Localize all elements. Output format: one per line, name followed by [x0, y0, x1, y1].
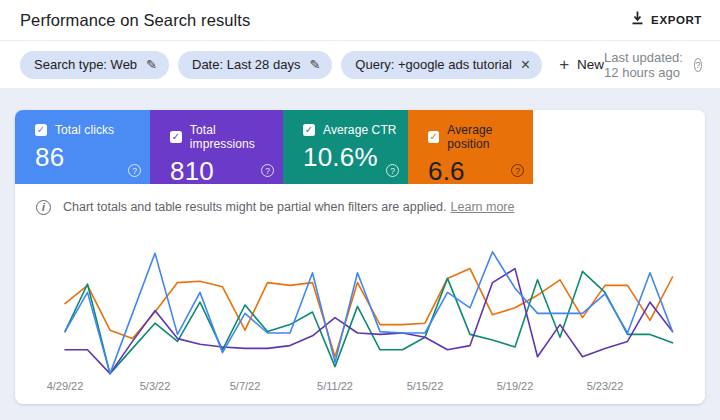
x-axis-tick: 4/29/22 [47, 380, 84, 392]
close-icon[interactable]: × [521, 56, 530, 74]
page-title: Performance on Search results [20, 11, 250, 30]
chip-search-type[interactable]: Search type: Web ✎ [20, 51, 169, 79]
series-total-impressions [65, 269, 673, 374]
metrics-row: ✓ Total clicks 86 ? ✓ Total impressions … [15, 110, 705, 184]
x-axis-tick: 5/11/22 [317, 380, 353, 392]
new-filter-label: New [577, 57, 604, 72]
help-icon[interactable]: ? [694, 58, 702, 72]
chip-label: Query: +google ads tutorial [355, 57, 511, 72]
plus-icon: + [559, 55, 569, 75]
chip-date-range[interactable]: Date: Last 28 days ✎ [178, 51, 332, 79]
metric-total-impressions[interactable]: ✓ Total impressions 810 ? [150, 110, 283, 184]
edit-icon[interactable]: ✎ [309, 57, 320, 72]
metric-label: Average CTR [323, 123, 397, 137]
notice-text: Chart totals and table results might be … [63, 200, 514, 214]
help-icon[interactable]: ? [261, 164, 274, 177]
metric-label: Total clicks [55, 123, 114, 137]
x-axis-tick: 5/7/22 [230, 380, 261, 392]
x-axis-tick: 5/15/22 [407, 380, 444, 392]
last-updated-text: Last updated: 12 hours ago [604, 50, 688, 80]
partial-data-notice: i Chart totals and table results might b… [15, 184, 705, 230]
new-filter-button[interactable]: + New [559, 55, 604, 75]
metrics-filler [533, 110, 705, 184]
help-icon[interactable]: ? [511, 164, 524, 177]
info-icon: i [36, 200, 51, 215]
learn-more-link[interactable]: Learn more [451, 200, 515, 214]
help-icon[interactable]: ? [386, 164, 399, 177]
download-icon [631, 11, 644, 29]
series-average-ctr [65, 271, 673, 373]
metric-average-ctr[interactable]: ✓ Average CTR 10.6% ? [283, 110, 408, 184]
metric-average-position[interactable]: ✓ Average position 6.6 ? [408, 110, 533, 184]
metric-label: Total impressions [190, 123, 283, 151]
checkbox-icon[interactable]: ✓ [428, 131, 439, 143]
chip-label: Search type: Web [34, 57, 137, 72]
export-button[interactable]: EXPORT [631, 11, 702, 29]
performance-chart[interactable]: 4/29/225/3/225/7/225/11/225/15/225/19/22… [15, 230, 705, 400]
checkbox-icon[interactable]: ✓ [303, 124, 315, 136]
checkbox-icon[interactable]: ✓ [170, 131, 182, 143]
x-axis-tick: 5/3/22 [140, 380, 171, 392]
x-axis-tick: 5/19/22 [497, 380, 534, 392]
x-axis-tick: 5/23/22 [587, 380, 624, 392]
checkbox-icon[interactable]: ✓ [35, 124, 47, 136]
chip-label: Date: Last 28 days [192, 57, 300, 72]
page-header: Performance on Search results EXPORT [0, 0, 720, 41]
export-label: EXPORT [651, 14, 702, 26]
filter-bar: Search type: Web ✎ Date: Last 28 days ✎ … [0, 41, 720, 88]
metric-total-clicks[interactable]: ✓ Total clicks 86 ? [15, 110, 150, 184]
last-updated: Last updated: 12 hours ago ? [604, 50, 702, 80]
metric-label: Average position [447, 123, 533, 151]
performance-card: ✓ Total clicks 86 ? ✓ Total impressions … [15, 110, 705, 404]
help-icon[interactable]: ? [128, 164, 141, 177]
chip-query-filter[interactable]: Query: +google ads tutorial × [341, 51, 542, 79]
edit-icon[interactable]: ✎ [146, 57, 157, 72]
content-area: ✓ Total clicks 86 ? ✓ Total impressions … [0, 88, 720, 404]
